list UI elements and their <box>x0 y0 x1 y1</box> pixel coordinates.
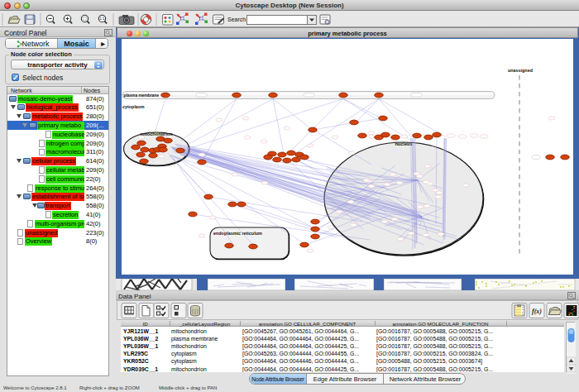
svg-text:Search:: Search: <box>227 17 247 22</box>
svg-text:cytoplasm: cytoplasm <box>122 104 145 109</box>
svg-text:nucleus: nucleus <box>395 141 412 146</box>
svg-text:plasma membrane: plasma membrane <box>124 93 160 98</box>
svg-text:unassigned: unassigned <box>508 68 533 73</box>
svg-text:mitochondrion: mitochondrion <box>140 131 173 136</box>
svg-text:endoplasmic reticulum: endoplasmic reticulum <box>213 231 262 236</box>
svg-text:1:1: 1:1 <box>99 17 105 21</box>
svg-text:f(x): f(x) <box>532 308 542 315</box>
